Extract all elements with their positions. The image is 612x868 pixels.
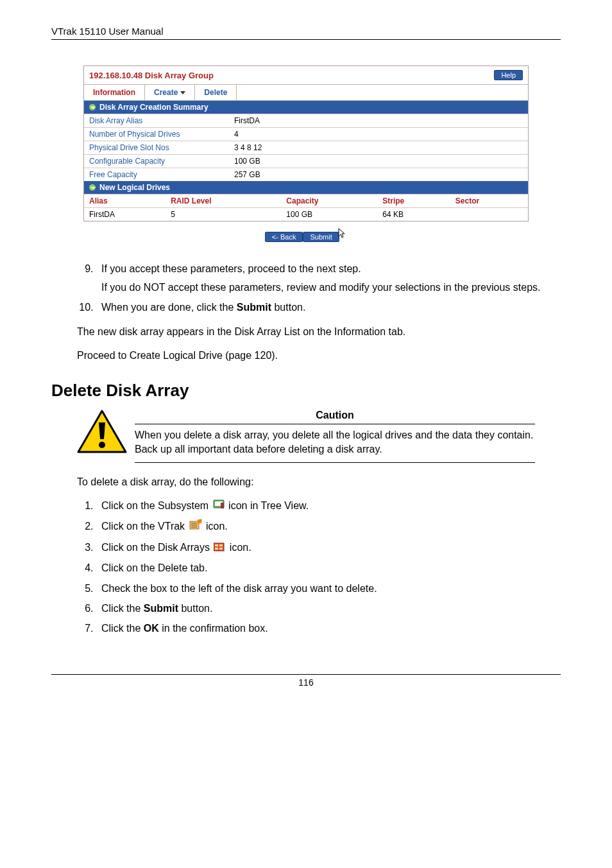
kv-val: 4	[229, 128, 528, 141]
tab-create[interactable]: Create	[145, 85, 195, 100]
step-9-sub: If you do NOT accept these parameters, r…	[101, 280, 561, 295]
bold-text: OK	[144, 623, 159, 634]
summary-table: Disk Array AliasFirstDA Number of Physic…	[84, 114, 528, 181]
step-10-post: button.	[271, 302, 305, 313]
submit-button[interactable]: Submit	[303, 232, 339, 242]
kv-row: Free Capacity257 GB	[84, 168, 528, 182]
cell-alias: FirstDA	[84, 208, 166, 221]
back-button[interactable]: <- Back	[265, 232, 303, 242]
col-stripe: Stripe	[377, 195, 450, 208]
page-footer: 116	[51, 674, 561, 688]
kv-row: Disk Array AliasFirstDA	[84, 114, 528, 128]
caution-title: Caution	[135, 410, 535, 424]
expand-icon[interactable]	[89, 104, 96, 110]
kv-row: Number of Physical Drives4	[84, 128, 528, 141]
col-sector: Sector	[450, 195, 528, 208]
cell-sector	[450, 208, 528, 221]
tab-create-label: Create	[154, 88, 178, 97]
delete-step-4: Click on the Delete tab.	[96, 560, 561, 575]
caution-icon	[77, 410, 127, 463]
step-9: If you accept these parameters, proceed …	[96, 261, 561, 295]
table-header-row: Alias RAID Level Capacity Stripe Sector	[84, 195, 528, 208]
section-summary-header: Disk Array Creation Summary	[84, 101, 528, 114]
kv-key: Number of Physical Drives	[84, 128, 229, 141]
tab-information[interactable]: Information	[84, 85, 145, 100]
kv-val: 257 GB	[229, 168, 528, 182]
subsystem-icon	[213, 499, 225, 514]
col-alias: Alias	[84, 195, 166, 208]
kv-val: 100 GB	[229, 155, 528, 168]
panel-titlebar: 192.168.10.48 Disk Array Group Help	[84, 66, 528, 84]
tab-row: Information Create Delete	[84, 84, 528, 101]
tab-delete[interactable]: Delete	[195, 85, 237, 100]
text: Click the	[101, 623, 144, 634]
text: icon.	[206, 521, 228, 532]
delete-step-3: Click on the Disk Arrays icon.	[96, 540, 561, 555]
svg-rect-12	[219, 544, 223, 546]
delete-disk-array-heading: Delete Disk Array	[51, 381, 561, 401]
text: icon.	[230, 542, 251, 553]
kv-val: FirstDA	[229, 114, 528, 128]
tab-information-label: Information	[93, 88, 135, 97]
text: icon in Tree View.	[228, 500, 309, 511]
para-array-list: The new disk array appears in the Disk A…	[77, 324, 561, 339]
step-9-main: If you accept these parameters, proceed …	[101, 263, 361, 274]
svg-rect-11	[215, 544, 218, 546]
section-logical-title: New Logical Drives	[99, 183, 170, 192]
caution-body: When you delete a disk array, you delete…	[135, 428, 535, 463]
svg-rect-10	[214, 543, 224, 551]
step-10: When you are done, click the Submit butt…	[96, 300, 561, 315]
panel-title: 192.168.10.48 Disk Array Group	[89, 71, 214, 80]
text: Click on the VTrak	[101, 521, 188, 532]
steps-9-10: If you accept these parameters, proceed …	[77, 261, 561, 315]
kv-key: Free Capacity	[84, 168, 229, 182]
manual-title: VTrak 15110 User Manual	[51, 26, 164, 37]
kv-row: Physical Drive Slot Nos3 4 8 12	[84, 141, 528, 155]
text: Check the box to the left of the disk ar…	[101, 583, 377, 594]
disk-arrays-icon	[214, 541, 225, 555]
kv-val: 3 4 8 12	[229, 141, 528, 155]
section-logical-header: New Logical Drives	[84, 181, 528, 194]
text: button.	[178, 603, 212, 614]
svg-point-1	[99, 442, 105, 448]
logical-drives-table: Alias RAID Level Capacity Stripe Sector …	[84, 194, 528, 221]
disk-array-group-panel: 192.168.10.48 Disk Array Group Help Info…	[83, 65, 529, 221]
text: Click on the Disk Arrays	[101, 542, 212, 553]
tab-delete-label: Delete	[204, 88, 227, 97]
section-summary-title: Disk Array Creation Summary	[99, 103, 208, 112]
delete-steps: Click on the Subsystem icon in Tree View…	[77, 498, 561, 636]
caution-block: Caution When you delete a disk array, yo…	[77, 410, 535, 463]
bold-text: Submit	[144, 603, 178, 614]
kv-row: Configurable Capacity100 GB	[84, 155, 528, 168]
delete-step-5: Check the box to the left of the disk ar…	[96, 581, 561, 596]
text: Click the	[101, 603, 144, 614]
page-number: 116	[298, 677, 313, 688]
svg-rect-14	[219, 548, 223, 550]
col-capacity: Capacity	[281, 195, 377, 208]
delete-step-1: Click on the Subsystem icon in Tree View…	[96, 498, 561, 514]
svg-rect-13	[215, 548, 218, 550]
button-row: <- BackSubmit	[83, 224, 529, 245]
text: Click on the Subsystem	[101, 500, 212, 511]
step-10-pre: When you are done, click the	[101, 302, 237, 313]
vtrak-icon	[189, 519, 202, 535]
delete-step-7: Click the OK in the confirmation box.	[96, 621, 561, 636]
kv-key: Physical Drive Slot Nos	[84, 141, 229, 155]
text: Click on the Delete tab.	[101, 562, 207, 573]
delete-step-6: Click the Submit button.	[96, 601, 561, 616]
text: in the confirmation box.	[159, 623, 268, 634]
para-proceed: Proceed to Create Logical Drive (page 12…	[77, 348, 561, 363]
page-header: VTrak 15110 User Manual	[51, 26, 561, 40]
svg-rect-4	[221, 503, 224, 508]
step-10-bold: Submit	[237, 302, 271, 313]
cell-stripe: 64 KB	[377, 208, 450, 221]
para-delete-intro: To delete a disk array, do the following…	[77, 474, 561, 489]
chevron-down-icon	[180, 91, 185, 94]
delete-step-2: Click on the VTrak icon.	[96, 519, 561, 535]
kv-key: Configurable Capacity	[84, 155, 229, 168]
expand-icon[interactable]	[89, 184, 96, 191]
cell-raid: 5	[166, 208, 281, 221]
cell-capacity: 100 GB	[281, 208, 377, 221]
kv-key: Disk Array Alias	[84, 114, 229, 128]
help-button[interactable]: Help	[494, 70, 523, 80]
